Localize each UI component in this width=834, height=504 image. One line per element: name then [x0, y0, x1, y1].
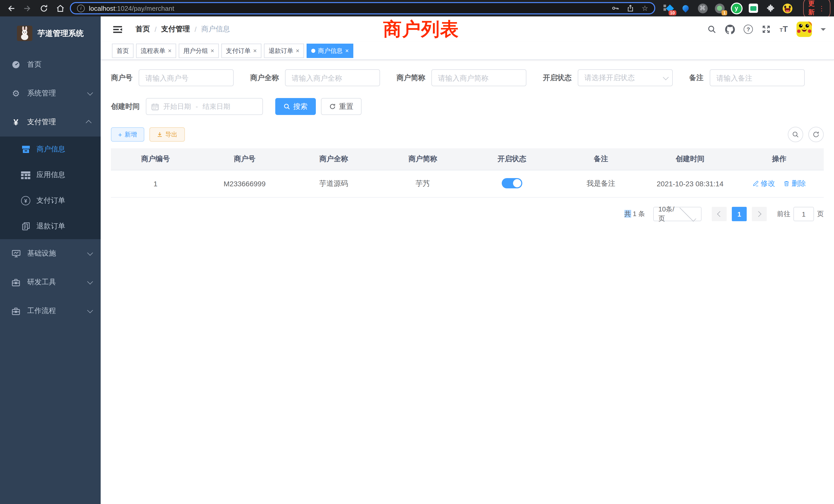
extension-pin-icon[interactable] [680, 3, 691, 13]
full-name-label: 商户全称 [250, 73, 279, 83]
tab-user-group[interactable]: 用户分组× [179, 44, 219, 58]
app-logo[interactable]: 芋道管理系统 [0, 17, 101, 50]
close-icon[interactable]: × [253, 48, 257, 54]
add-button[interactable]: + 新增 [111, 127, 144, 142]
browser-forward-button[interactable] [21, 2, 34, 15]
page-number-1[interactable]: 1 [732, 207, 747, 221]
cell-merchant-no: M233666999 [200, 170, 289, 197]
avatar-dropdown-caret-icon[interactable] [821, 28, 826, 33]
goto-page-input[interactable] [793, 207, 814, 221]
next-page-button[interactable] [752, 207, 767, 221]
sidebar-item-infrastructure[interactable]: 基础设施 [0, 239, 101, 268]
refresh-icon [812, 131, 820, 138]
search-button[interactable]: 搜索 [275, 98, 316, 115]
chevron-down-icon [87, 307, 93, 313]
dashboard-icon [11, 61, 21, 69]
password-key-icon[interactable] [611, 4, 620, 12]
font-size-button[interactable]: TT [780, 25, 788, 34]
browser-home-button[interactable] [53, 2, 67, 15]
payment-submenu: 商户信息 应用信息 ¥ 支付订单 [0, 137, 101, 239]
header-search-button[interactable] [707, 25, 717, 34]
extension-chat-icon[interactable] [748, 3, 759, 13]
extension-diamond-icon[interactable]: 10 [663, 3, 674, 13]
breadcrumb-payment[interactable]: 支付管理 [161, 25, 190, 34]
delete-link[interactable]: 删除 [783, 179, 806, 188]
tab-merchant-info[interactable]: 商户信息× [307, 44, 353, 58]
tab-home[interactable]: 首页 [112, 44, 133, 58]
sidebar-item-pay-order[interactable]: ¥ 支付订单 [0, 188, 101, 213]
reset-button[interactable]: 重置 [321, 98, 361, 115]
url-bar[interactable]: i localhost:1024/pay/merchant ☆ [70, 2, 655, 14]
browser-reload-button[interactable] [37, 2, 50, 15]
status-select[interactable]: 请选择开启状态 [578, 69, 673, 86]
tab-refund-order[interactable]: 退款订单× [264, 44, 304, 58]
close-icon[interactable]: × [345, 48, 349, 54]
table-grid-icon [21, 171, 30, 179]
col-actions: 操作 [734, 148, 824, 170]
logo-rabbit-image [17, 26, 32, 41]
remark-input[interactable] [710, 69, 805, 86]
help-button[interactable]: ? [744, 25, 753, 34]
sidebar-item-payment[interactable]: ¥ 支付管理 [0, 108, 101, 137]
user-avatar[interactable] [796, 22, 812, 37]
sidebar-item-refund-order[interactable]: 退款订单 [0, 213, 101, 239]
extension-command-icon[interactable]: ⌘ [697, 3, 708, 13]
avatar-pikachu-image [796, 22, 812, 37]
annotation-title: 商户列表 [383, 17, 459, 42]
tags-view-bar: 首页 流程表单× 用户分组× 支付订单× 退款订单× 商户信息× [101, 42, 834, 60]
sidebar-item-system[interactable]: ⚙ 系统管理 [0, 79, 101, 108]
extensions-puzzle-icon[interactable] [765, 3, 775, 13]
url-host: localhost [89, 4, 115, 12]
tab-process-form[interactable]: 流程表单× [136, 44, 176, 58]
toggle-search-button[interactable] [788, 127, 803, 142]
extension-y-icon[interactable]: y [731, 3, 742, 13]
browser-back-button[interactable] [4, 2, 18, 15]
share-icon[interactable] [627, 4, 635, 12]
sidebar-item-home[interactable]: 首页 [0, 50, 101, 79]
merchant-no-input[interactable] [139, 69, 234, 86]
sidebar-item-merchant-info[interactable]: 商户信息 [0, 137, 101, 162]
browser-update-button[interactable]: 更新 ⋮ [803, 0, 830, 19]
full-name-input[interactable] [285, 69, 380, 86]
extension-status-icon[interactable]: 1 [714, 3, 725, 13]
close-icon[interactable]: × [211, 48, 214, 54]
merchant-no-label: 商户号 [111, 73, 132, 83]
app-title: 芋道管理系统 [38, 28, 84, 38]
close-icon[interactable]: × [296, 48, 300, 54]
export-button[interactable]: 导出 [149, 127, 184, 142]
fullscreen-button[interactable] [762, 25, 771, 34]
yen-icon: ¥ [11, 118, 21, 127]
extension-emoji-icon[interactable] [782, 3, 792, 13]
search-icon [792, 131, 799, 138]
short-name-input[interactable] [431, 69, 526, 86]
sidebar-item-workflow[interactable]: 工作流程 [0, 297, 101, 325]
browser-menu-icon[interactable]: ⋮ [818, 5, 825, 12]
sidebar: 芋道管理系统 首页 ⚙ 系统管理 ¥ 支付管理 [0, 17, 101, 504]
chevron-left-icon [717, 211, 723, 217]
tab-pay-order[interactable]: 支付订单× [221, 44, 261, 58]
edit-link[interactable]: 修改 [753, 179, 775, 188]
page-unit: 页 [817, 209, 824, 219]
table-row: 1 M233666999 芋道源码 芋艿 我是备注 2021-10-23 08:… [111, 170, 824, 197]
refresh-table-button[interactable] [808, 127, 824, 142]
start-date-placeholder: 开始日期 [163, 102, 191, 111]
close-icon[interactable]: × [168, 48, 172, 54]
github-button[interactable] [725, 24, 735, 34]
site-info-icon[interactable]: i [77, 4, 85, 12]
sidebar-item-app-info[interactable]: 应用信息 [0, 162, 101, 188]
sidebar-item-dev-tools[interactable]: 研发工具 [0, 268, 101, 297]
sidebar-collapse-button[interactable] [112, 24, 123, 34]
page-content: 商户号 商户全称 商户简称 开启状态 请选择开启状态 [101, 60, 834, 504]
breadcrumb-current: 商户信息 [201, 25, 230, 34]
active-dot-icon [311, 49, 315, 53]
col-status: 开启状态 [467, 148, 556, 170]
cell-short-name: 芋艿 [378, 170, 467, 197]
bookmark-star-icon[interactable]: ☆ [642, 5, 648, 12]
search-icon [707, 25, 717, 34]
chevron-down-icon [87, 90, 93, 96]
page-size-select[interactable]: 10条/页 [653, 207, 702, 221]
status-toggle[interactable] [502, 178, 522, 188]
prev-page-button[interactable] [712, 207, 727, 221]
breadcrumb-home[interactable]: 首页 [136, 25, 150, 34]
date-range-picker[interactable]: 开始日期 - 结束日期 [146, 98, 263, 115]
